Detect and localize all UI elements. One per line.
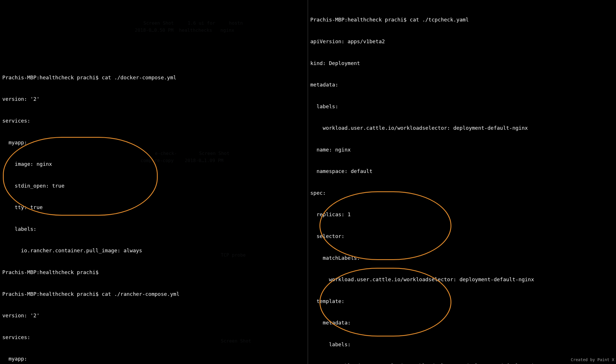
desktop-ghost: e-check- Screen Shot bbox=[155, 150, 229, 157]
shell-line: Prachis-MBP:healthcheck prachi$ cat ./ra… bbox=[2, 290, 305, 298]
file-line: tty: true bbox=[2, 204, 305, 211]
file-line: template: bbox=[310, 298, 614, 305]
file-line: services: bbox=[2, 334, 305, 341]
desktop-ghost: 2018-0…0.50 PM healthchecks nginx bbox=[135, 27, 234, 34]
file-line: matchLabels: bbox=[310, 254, 614, 261]
file-line: myapp: bbox=[2, 355, 305, 362]
file-line: version: '2' bbox=[2, 312, 305, 319]
file-line: name: nginx bbox=[310, 146, 614, 153]
shell-line: Prachis-MBP:healthcheck prachi$ cat ./do… bbox=[2, 74, 305, 81]
file-line: io.rancher.container.pull_image: always bbox=[2, 247, 305, 254]
terminal-pane-left[interactable]: Screen Shot 1.6 ui for hostn 2018-0…0.50… bbox=[0, 0, 308, 364]
file-line: labels: bbox=[310, 103, 614, 110]
file-line: apiVersion: apps/v1beta2 bbox=[310, 38, 614, 45]
file-line: metadata: bbox=[310, 319, 614, 326]
file-line: replicas: 1 bbox=[310, 211, 614, 218]
shell-command: cat ./tcpcheck.yaml bbox=[410, 17, 469, 23]
file-line: kind: Deployment bbox=[310, 60, 614, 67]
shell-prompt: Prachis-MBP:healthcheck prachi$ bbox=[2, 291, 99, 297]
file-line: spec: bbox=[310, 189, 614, 196]
file-line: workload.user.cattle.io/workloadselector… bbox=[310, 362, 614, 364]
file-line: labels: bbox=[310, 341, 614, 348]
file-line: version: '2' bbox=[2, 95, 305, 103]
annotation-ellipse bbox=[319, 191, 451, 260]
file-line: namespace: default bbox=[310, 168, 614, 175]
terminal-pane-right[interactable]: Prachis-MBP:healthcheck prachi$ cat ./tc… bbox=[308, 0, 616, 364]
file-line: image: nginx bbox=[2, 160, 305, 168]
shell-line: Prachis-MBP:healthcheck prachi$ bbox=[2, 269, 305, 276]
shell-command: cat ./rancher-compose.yml bbox=[102, 291, 180, 297]
file-line: stdin_open: true bbox=[2, 182, 305, 189]
file-line: metadata: bbox=[310, 81, 614, 88]
file-line: labels: bbox=[2, 225, 305, 233]
shell-prompt: Prachis-MBP:healthcheck prachi$ bbox=[2, 269, 99, 275]
terminal-split: Screen Shot 1.6 ui for hostn 2018-0…0.50… bbox=[0, 0, 616, 364]
shell-prompt: Prachis-MBP:healthcheck prachi$ bbox=[310, 17, 407, 23]
desktop-ghost: Screen Shot 1.6 ui for hostn bbox=[143, 20, 243, 26]
watermark-label: Created by Paint X bbox=[571, 357, 614, 363]
file-line: services: bbox=[2, 117, 305, 124]
file-line: myapp: bbox=[2, 139, 305, 146]
shell-command: cat ./docker-compose.yml bbox=[102, 74, 176, 80]
shell-prompt: Prachis-MBP:healthcheck prachi$ bbox=[2, 74, 99, 80]
file-line: selector: bbox=[310, 233, 614, 240]
file-line: workload.user.cattle.io/workloadselector… bbox=[310, 276, 614, 283]
shell-line: Prachis-MBP:healthcheck prachi$ cat ./tc… bbox=[310, 16, 614, 23]
file-line: workload.user.cattle.io/workloadselector… bbox=[310, 124, 614, 131]
